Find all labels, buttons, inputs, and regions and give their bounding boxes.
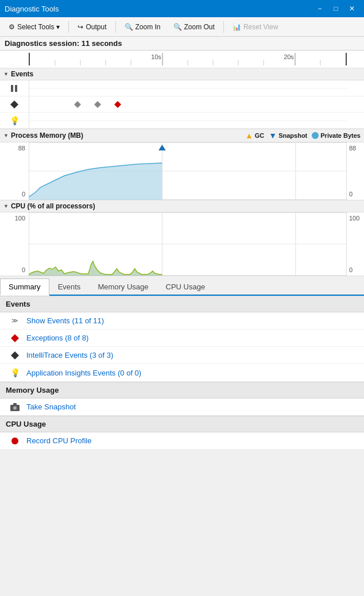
zoom-in-icon: 🔍: [125, 23, 133, 31]
legend-gc: ▲ GC: [245, 131, 264, 140]
events-chart: 💡: [0, 80, 364, 129]
svg-marker-19: [114, 101, 121, 108]
summary-panel: Events ≫ Show Events (11 of 11) Exceptio…: [0, 296, 364, 450]
gc-triangle-icon: ▲: [245, 131, 253, 140]
cpu-collapse-icon: ▼: [3, 203, 9, 209]
bottom-panel: Summary Events Memory Usage CPU Usage Ev…: [0, 276, 364, 450]
svg-point-36: [11, 438, 18, 444]
svg-rect-13: [11, 85, 13, 92]
cpu-y-axis-right: 100 0: [347, 212, 364, 276]
app-insights-item[interactable]: 💡 Application Insights Events (0 of 0): [0, 364, 364, 382]
memory-y-axis-left: 88 0: [0, 142, 29, 200]
record-cpu-label: Record CPU Profile: [26, 436, 91, 445]
lightbulb-row-content: [29, 113, 347, 128]
pause-icon: [0, 84, 29, 92]
take-snapshot-item[interactable]: Take Snapshot: [0, 398, 364, 416]
exceptions-item[interactable]: Exceptions (8 of 8): [0, 330, 364, 347]
memory-y-axis-right: 88 0: [347, 142, 364, 200]
toolbar: ⚙ Select Tools ▾ ↪ Output 🔍 Zoom In 🔍 Zo…: [0, 17, 364, 37]
record-cpu-item[interactable]: Record CPU Profile: [0, 432, 364, 450]
zoom-out-button[interactable]: 🔍 Zoom Out: [168, 21, 220, 33]
intellitrace-item[interactable]: IntelliTrace Events (3 of 3): [0, 347, 364, 364]
svg-rect-35: [13, 403, 17, 405]
events-section-title: Events: [11, 70, 33, 78]
toolbar-separator-2: [115, 21, 116, 33]
diamond-icon: [0, 100, 29, 109]
reset-icon: 📊: [233, 23, 241, 31]
summary-events-header: Events: [0, 296, 364, 312]
events-collapse-icon: ▼: [3, 71, 9, 77]
memory-legend: ▲ GC ▼ Snapshot Private Bytes: [245, 131, 361, 140]
title-bar-controls: − □ ✕: [312, 3, 359, 14]
event-row-pause: [0, 80, 364, 96]
zoom-out-icon: 🔍: [173, 23, 182, 31]
private-bytes-dot-icon: [312, 132, 319, 139]
cpu-section-title: CPU (% of all processors): [11, 202, 95, 210]
tab-memory-usage[interactable]: Memory Usage: [89, 278, 157, 296]
intellitrace-label: IntelliTrace Events (3 of 3): [26, 351, 113, 359]
lightbulb-icon: 💡: [0, 116, 29, 125]
session-info: Diagnostics session: 11 seconds: [0, 37, 364, 51]
tab-summary[interactable]: Summary: [0, 278, 49, 296]
event-row-diamonds: [0, 96, 364, 113]
output-icon: ↪: [78, 23, 83, 31]
pause-row-content: [29, 80, 347, 96]
snapshot-triangle-icon: ▼: [269, 131, 277, 140]
charts-area: ▼ Events: [0, 68, 364, 276]
memory-chart-container: 88 0 88 0: [0, 142, 364, 200]
cpu-y-axis-left: 100 0: [0, 212, 29, 276]
show-events-label: Show Events (11 of 11): [26, 316, 104, 325]
show-events-item[interactable]: ≫ Show Events (11 of 11): [0, 312, 364, 330]
memory-collapse-icon: ▼: [3, 133, 9, 138]
svg-marker-16: [10, 100, 18, 109]
dropdown-arrow-icon: ▾: [56, 23, 60, 31]
summary-cpu-header: CPU Usage: [0, 416, 364, 432]
svg-rect-14: [15, 85, 17, 92]
show-events-icon: ≫: [9, 317, 21, 324]
cpu-chart-container: 100 0 100 0: [0, 212, 364, 276]
memory-section-title: Process Memory (MB): [11, 131, 83, 140]
exceptions-label: Exceptions (8 of 8): [26, 334, 88, 342]
svg-marker-30: [11, 334, 19, 342]
legend-snapshot: ▼ Snapshot: [269, 131, 307, 140]
cpu-section-header[interactable]: ▼ CPU (% of all processors): [0, 200, 364, 212]
svg-marker-25: [158, 145, 165, 150]
svg-marker-18: [94, 101, 101, 108]
event-row-lightbulb: 💡: [0, 113, 364, 129]
memory-chart-main: [29, 142, 347, 200]
tab-cpu-usage[interactable]: CPU Usage: [157, 278, 214, 296]
app-insights-label: Application Insights Events (0 of 0): [26, 369, 141, 377]
toolbar-separator: [68, 21, 69, 33]
camera-icon: [9, 403, 21, 411]
diamond-row-content: [29, 96, 347, 112]
legend-private-bytes: Private Bytes: [312, 132, 361, 139]
exceptions-diamond-icon: [9, 334, 21, 342]
title-bar: Diagnostic Tools − □ ✕: [0, 0, 364, 17]
output-button[interactable]: ↪ Output: [72, 21, 111, 33]
tabs-bar: Summary Events Memory Usage CPU Usage: [0, 276, 364, 296]
intellitrace-diamond-icon: [9, 351, 21, 359]
events-section-header[interactable]: ▼ Events: [0, 68, 364, 80]
record-icon: [9, 437, 21, 445]
memory-section-header[interactable]: ▼ Process Memory (MB) ▲ GC ▼ Snapshot Pr…: [0, 129, 364, 142]
svg-text:10s: 10s: [151, 53, 161, 60]
title-bar-title: Diagnostic Tools: [5, 5, 59, 13]
summary-memory-header: Memory Usage: [0, 382, 364, 398]
timeline-area: 10s 20s: [0, 51, 364, 68]
select-tools-button[interactable]: ⚙ Select Tools ▾: [3, 21, 65, 33]
svg-text:20s: 20s: [284, 53, 294, 60]
minimize-button[interactable]: −: [312, 3, 327, 14]
gear-icon: ⚙: [9, 23, 15, 31]
app-insights-lightbulb-icon: 💡: [9, 368, 21, 377]
restore-button[interactable]: □: [328, 3, 343, 14]
close-button[interactable]: ✕: [344, 3, 359, 14]
toolbar-separator-3: [223, 21, 224, 33]
memory-chart-section: ▼ Process Memory (MB) ▲ GC ▼ Snapshot Pr…: [0, 129, 364, 200]
svg-point-34: [14, 407, 16, 409]
reset-view-button[interactable]: 📊 Reset View: [227, 21, 283, 33]
zoom-in-button[interactable]: 🔍 Zoom In: [119, 21, 166, 33]
svg-marker-31: [11, 351, 19, 359]
svg-marker-17: [74, 101, 81, 108]
take-snapshot-label: Take Snapshot: [26, 403, 76, 411]
tab-events[interactable]: Events: [49, 278, 90, 296]
